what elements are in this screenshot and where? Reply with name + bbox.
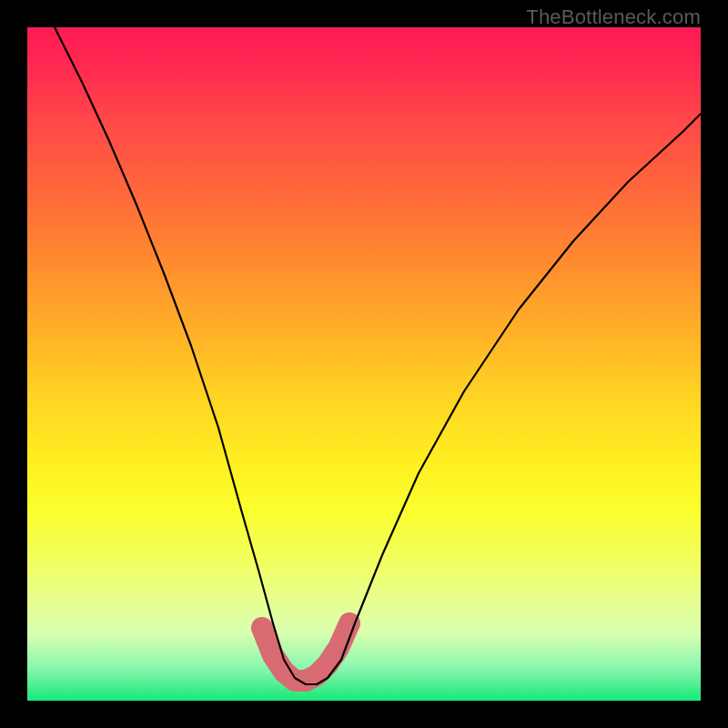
chart-frame: TheBottleneck.com [0,0,728,728]
bottleneck-curve [55,27,701,684]
plot-area [27,27,701,701]
watermark-text: TheBottleneck.com [526,5,701,29]
curve-svg [27,27,701,701]
